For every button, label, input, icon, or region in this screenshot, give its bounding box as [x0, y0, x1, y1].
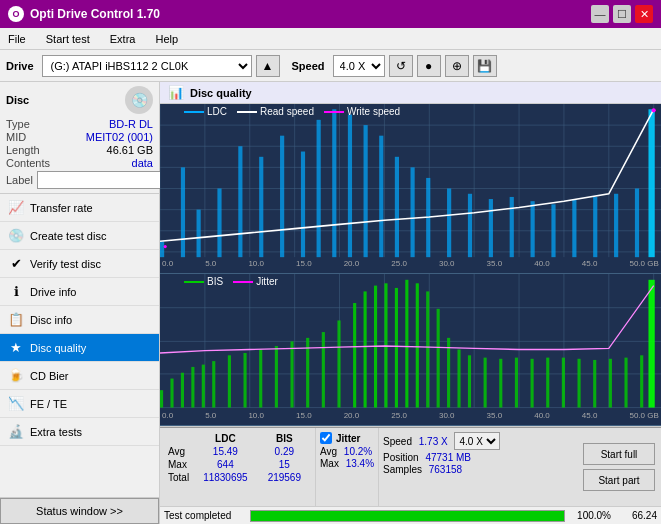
legend-write-speed: Write speed — [324, 106, 400, 117]
chart2-x-label-15: 15.0 — [296, 411, 312, 425]
menu-help[interactable]: Help — [151, 31, 182, 47]
position-label: Position — [383, 452, 419, 463]
app-icon: O — [8, 6, 24, 22]
disc-section-title: Disc — [6, 94, 29, 106]
sidebar-item-create-test-disc[interactable]: 💿 Create test disc — [0, 222, 159, 250]
svg-rect-46 — [648, 109, 654, 257]
sidebar-item-cd-bier[interactable]: 🍺 CD Bier — [0, 362, 159, 390]
svg-rect-38 — [489, 199, 493, 257]
toolbar: Drive (G:) ATAPI iHBS112 2 CL0K ▲ Speed … — [0, 50, 661, 82]
title-bar: O Opti Drive Control 1.70 — ☐ ✕ — [0, 0, 661, 28]
sidebar-item-fe-te[interactable]: 📉 FE / TE — [0, 390, 159, 418]
svg-rect-33 — [395, 157, 399, 257]
chart2-x-label-25: 25.0 — [391, 411, 407, 425]
chart-title-bar: 📊 Disc quality — [160, 82, 661, 104]
start-part-button[interactable]: Start part — [583, 469, 655, 491]
main-content: Disc 💿 Type BD-R DL MID MEIT02 (001) Len… — [0, 82, 661, 524]
row-total-ldc: 11830695 — [193, 471, 258, 484]
svg-rect-32 — [379, 136, 383, 257]
position-value: 47731 MB — [425, 452, 471, 463]
menu-bar: File Start test Extra Help — [0, 28, 661, 50]
minimize-button[interactable]: — — [591, 5, 609, 23]
row-max-ldc: 644 — [193, 458, 258, 471]
disc-length-value: 46.61 GB — [107, 144, 153, 156]
menu-start-test[interactable]: Start test — [42, 31, 94, 47]
disc-length-label: Length — [6, 144, 40, 156]
drive-select[interactable]: (G:) ATAPI iHBS112 2 CL0K — [42, 55, 252, 77]
menu-extra[interactable]: Extra — [106, 31, 140, 47]
progress-percent: 100.0% — [571, 510, 611, 521]
col-ldc: LDC — [193, 432, 258, 445]
disc-mid-row: MID MEIT02 (001) — [6, 131, 153, 143]
speed-select[interactable]: 4.0 X Max 8.0 X — [333, 55, 385, 77]
add-button[interactable]: ⊕ — [445, 55, 469, 77]
svg-rect-75 — [290, 341, 293, 407]
svg-rect-100 — [624, 358, 627, 408]
svg-rect-99 — [609, 359, 612, 408]
speed-value: 1.73 X — [419, 436, 448, 447]
svg-rect-37 — [468, 194, 472, 257]
sidebar-item-disc-quality[interactable]: ★ Disc quality — [0, 334, 159, 362]
svg-rect-30 — [348, 115, 352, 258]
chart1-x-label-10: 10.0 — [248, 259, 264, 273]
svg-rect-97 — [578, 359, 581, 408]
maximize-button[interactable]: ☐ — [613, 5, 631, 23]
svg-rect-31 — [364, 125, 368, 257]
samples-label: Samples — [383, 464, 422, 475]
speed-section: Speed 1.73 X 4.0 X Position 47731 MB Sam… — [378, 428, 504, 506]
samples-value: 763158 — [429, 464, 462, 475]
disc-info-icon: 📋 — [8, 312, 24, 328]
eject-button[interactable]: ▲ — [256, 55, 280, 77]
refresh-button[interactable]: ↺ — [389, 55, 413, 77]
sidebar-item-extra-tests[interactable]: 🔬 Extra tests — [0, 418, 159, 446]
svg-rect-96 — [562, 358, 565, 408]
disc-contents-row: Contents data — [6, 157, 153, 169]
svg-rect-74 — [275, 346, 278, 408]
svg-rect-65 — [160, 390, 163, 407]
status-window-button[interactable]: Status window >> — [0, 498, 159, 524]
sidebar-item-label: CD Bier — [30, 370, 69, 382]
chart2-x-label-45: 45.0 — [582, 411, 598, 425]
sidebar-item-disc-info[interactable]: 📋 Disc info — [0, 306, 159, 334]
sidebar-item-transfer-rate[interactable]: 📈 Transfer rate — [0, 194, 159, 222]
chart1-x-label-45: 45.0 — [582, 259, 598, 273]
disc-type-value: BD-R DL — [109, 118, 153, 130]
svg-rect-90 — [468, 355, 471, 407]
sidebar-item-drive-info[interactable]: ℹ Drive info — [0, 278, 159, 306]
svg-rect-41 — [551, 204, 555, 257]
speed-label: Speed — [292, 60, 325, 72]
action-buttons: Start full Start part — [577, 428, 661, 506]
jitter-checkbox[interactable] — [320, 432, 332, 444]
close-button[interactable]: ✕ — [635, 5, 653, 23]
save-button[interactable]: 💾 — [473, 55, 497, 77]
sidebar-item-label: Transfer rate — [30, 202, 93, 214]
svg-rect-91 — [484, 358, 487, 408]
sidebar-item-verify-test-disc[interactable]: ✔ Verify test disc — [0, 250, 159, 278]
record-button[interactable]: ● — [417, 55, 441, 77]
menu-file[interactable]: File — [4, 31, 30, 47]
svg-rect-92 — [499, 359, 502, 408]
chart1-x-label-35: 35.0 — [487, 259, 503, 273]
start-full-button[interactable]: Start full — [583, 443, 655, 465]
app-title: Opti Drive Control 1.70 — [30, 7, 160, 21]
svg-point-47 — [164, 245, 167, 248]
svg-rect-98 — [593, 360, 596, 408]
progress-bar-fill — [251, 511, 564, 521]
chart2-x-label-0: 0.0 — [162, 411, 173, 425]
speed-dropdown[interactable]: 4.0 X — [454, 432, 500, 450]
chart2-legend: BIS Jitter — [184, 276, 278, 287]
svg-rect-87 — [437, 309, 440, 408]
chart-title-text: Disc quality — [190, 87, 252, 99]
extra-tests-icon: 🔬 — [8, 424, 24, 440]
sidebar-bottom: Status window >> — [0, 497, 159, 524]
row-total-label: Total — [164, 471, 193, 484]
jitter-max-value: 13.4% — [346, 458, 374, 469]
row-total-bis: 219569 — [258, 471, 311, 484]
row-max-label: Max — [164, 458, 193, 471]
right-panel: 📊 Disc quality LDC Read speed — [160, 82, 661, 524]
stats-table: LDC BIS Avg 15.49 0.29 Max 644 15 — [160, 428, 315, 506]
chart2-x-label-30: 30.0 — [439, 411, 455, 425]
chart2-x-label-5: 5.0 — [205, 411, 216, 425]
svg-rect-85 — [416, 283, 419, 407]
disc-panel: Disc 💿 Type BD-R DL MID MEIT02 (001) Len… — [0, 82, 159, 194]
